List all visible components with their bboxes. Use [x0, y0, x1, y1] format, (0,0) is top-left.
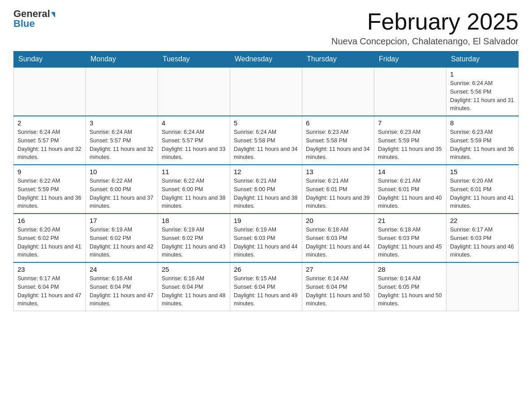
day-number: 13: [306, 168, 370, 176]
weekday-header-row: Sunday Monday Tuesday Wednesday Thursday…: [14, 51, 519, 68]
day-info: Sunrise: 6:22 AM Sunset: 6:00 PM Dayligh…: [90, 177, 154, 210]
day-number: 8: [450, 119, 515, 127]
month-title: February 2025: [331, 9, 519, 34]
calendar-cell: [374, 67, 446, 116]
day-number: 22: [450, 217, 515, 224]
day-info: Sunrise: 6:19 AM Sunset: 6:02 PM Dayligh…: [162, 226, 226, 259]
day-info: Sunrise: 6:21 AM Sunset: 6:00 PM Dayligh…: [234, 177, 298, 210]
day-info: Sunrise: 6:24 AM Sunset: 5:57 PM Dayligh…: [162, 128, 226, 162]
day-info: Sunrise: 6:18 AM Sunset: 6:03 PM Dayligh…: [378, 226, 442, 259]
day-number: 6: [306, 119, 370, 127]
header-wednesday: Wednesday: [230, 51, 302, 68]
calendar-cell: 17Sunrise: 6:19 AM Sunset: 6:02 PM Dayli…: [86, 214, 158, 262]
day-info: Sunrise: 6:24 AM Sunset: 5:57 PM Dayligh…: [90, 128, 154, 162]
day-info: Sunrise: 6:22 AM Sunset: 6:00 PM Dayligh…: [162, 177, 226, 210]
calendar-cell: 7Sunrise: 6:23 AM Sunset: 5:59 PM Daylig…: [374, 116, 446, 165]
calendar-cell: 6Sunrise: 6:23 AM Sunset: 5:58 PM Daylig…: [302, 116, 374, 165]
day-info: Sunrise: 6:18 AM Sunset: 6:03 PM Dayligh…: [306, 226, 370, 259]
calendar-cell: 22Sunrise: 6:17 AM Sunset: 6:03 PM Dayli…: [446, 214, 519, 262]
calendar-cell: 15Sunrise: 6:20 AM Sunset: 6:01 PM Dayli…: [446, 165, 519, 214]
day-number: 2: [17, 119, 82, 127]
day-info: Sunrise: 6:23 AM Sunset: 5:59 PM Dayligh…: [450, 128, 515, 162]
day-number: 27: [306, 265, 370, 273]
day-info: Sunrise: 6:20 AM Sunset: 6:02 PM Dayligh…: [17, 226, 82, 259]
day-number: 10: [90, 168, 154, 176]
header-saturday: Saturday: [446, 51, 519, 68]
calendar-cell: 3Sunrise: 6:24 AM Sunset: 5:57 PM Daylig…: [86, 116, 158, 165]
day-info: Sunrise: 6:16 AM Sunset: 6:04 PM Dayligh…: [90, 274, 154, 308]
day-info: Sunrise: 6:24 AM Sunset: 5:57 PM Dayligh…: [17, 128, 82, 162]
calendar-week-row: 2Sunrise: 6:24 AM Sunset: 5:57 PM Daylig…: [14, 116, 519, 165]
day-info: Sunrise: 6:14 AM Sunset: 6:04 PM Dayligh…: [306, 274, 370, 308]
calendar-week-row: 23Sunrise: 6:17 AM Sunset: 6:04 PM Dayli…: [14, 262, 519, 311]
calendar-cell: 28Sunrise: 6:14 AM Sunset: 6:05 PM Dayli…: [374, 262, 446, 311]
calendar-cell: 10Sunrise: 6:22 AM Sunset: 6:00 PM Dayli…: [86, 165, 158, 214]
calendar-cell: 5Sunrise: 6:24 AM Sunset: 5:58 PM Daylig…: [230, 116, 302, 165]
calendar-cell: [14, 67, 86, 116]
header-thursday: Thursday: [302, 51, 374, 68]
calendar-week-row: 1Sunrise: 6:24 AM Sunset: 5:56 PM Daylig…: [14, 67, 519, 116]
calendar-week-row: 16Sunrise: 6:20 AM Sunset: 6:02 PM Dayli…: [14, 214, 519, 262]
calendar-cell: 12Sunrise: 6:21 AM Sunset: 6:00 PM Dayli…: [230, 165, 302, 214]
day-number: 21: [378, 217, 442, 224]
day-number: 26: [234, 265, 298, 273]
calendar-cell: 11Sunrise: 6:22 AM Sunset: 6:00 PM Dayli…: [158, 165, 230, 214]
calendar-cell: 27Sunrise: 6:14 AM Sunset: 6:04 PM Dayli…: [302, 262, 374, 311]
calendar-cell: 26Sunrise: 6:15 AM Sunset: 6:04 PM Dayli…: [230, 262, 302, 311]
day-info: Sunrise: 6:21 AM Sunset: 6:01 PM Dayligh…: [378, 177, 442, 210]
day-number: 17: [90, 217, 154, 224]
day-number: 3: [90, 119, 154, 127]
logo-text-general: General: [13, 9, 50, 19]
day-info: Sunrise: 6:15 AM Sunset: 6:04 PM Dayligh…: [234, 274, 298, 308]
day-info: Sunrise: 6:23 AM Sunset: 5:59 PM Dayligh…: [378, 128, 442, 162]
calendar-cell: 14Sunrise: 6:21 AM Sunset: 6:01 PM Dayli…: [374, 165, 446, 214]
day-number: 19: [234, 217, 298, 224]
calendar-cell: 2Sunrise: 6:24 AM Sunset: 5:57 PM Daylig…: [14, 116, 86, 165]
day-info: Sunrise: 6:24 AM Sunset: 5:58 PM Dayligh…: [234, 128, 298, 162]
calendar-cell: [158, 67, 230, 116]
calendar-cell: 1Sunrise: 6:24 AM Sunset: 5:56 PM Daylig…: [446, 67, 519, 116]
day-info: Sunrise: 6:23 AM Sunset: 5:58 PM Dayligh…: [306, 128, 370, 162]
location-subtitle: Nueva Concepcion, Chalatenango, El Salva…: [331, 36, 519, 47]
day-info: Sunrise: 6:17 AM Sunset: 6:04 PM Dayligh…: [17, 274, 82, 308]
day-number: 23: [17, 265, 82, 273]
day-number: 9: [17, 168, 82, 176]
day-number: 1: [450, 70, 515, 78]
calendar-cell: 21Sunrise: 6:18 AM Sunset: 6:03 PM Dayli…: [374, 214, 446, 262]
day-number: 5: [234, 119, 298, 127]
logo-text-blue: Blue: [13, 19, 35, 29]
logo-triangle-icon: [51, 12, 55, 18]
day-info: Sunrise: 6:19 AM Sunset: 6:03 PM Dayligh…: [234, 226, 298, 259]
calendar-cell: 20Sunrise: 6:18 AM Sunset: 6:03 PM Dayli…: [302, 214, 374, 262]
header-sunday: Sunday: [14, 51, 86, 68]
calendar-cell: 18Sunrise: 6:19 AM Sunset: 6:02 PM Dayli…: [158, 214, 230, 262]
header-monday: Monday: [86, 51, 158, 68]
day-info: Sunrise: 6:19 AM Sunset: 6:02 PM Dayligh…: [90, 226, 154, 259]
calendar-cell: 16Sunrise: 6:20 AM Sunset: 6:02 PM Dayli…: [14, 214, 86, 262]
day-number: 20: [306, 217, 370, 224]
day-number: 24: [90, 265, 154, 273]
calendar-cell: 24Sunrise: 6:16 AM Sunset: 6:04 PM Dayli…: [86, 262, 158, 311]
calendar-cell: [86, 67, 158, 116]
day-number: 15: [450, 168, 515, 176]
calendar-cell: 19Sunrise: 6:19 AM Sunset: 6:03 PM Dayli…: [230, 214, 302, 262]
day-info: Sunrise: 6:20 AM Sunset: 6:01 PM Dayligh…: [450, 177, 515, 210]
title-area: February 2025 Nueva Concepcion, Chalaten…: [331, 9, 519, 47]
day-info: Sunrise: 6:14 AM Sunset: 6:05 PM Dayligh…: [378, 274, 442, 308]
day-info: Sunrise: 6:24 AM Sunset: 5:56 PM Dayligh…: [450, 79, 515, 113]
day-number: 16: [17, 217, 82, 224]
calendar-cell: 8Sunrise: 6:23 AM Sunset: 5:59 PM Daylig…: [446, 116, 519, 165]
day-number: 4: [162, 119, 226, 127]
day-number: 12: [234, 168, 298, 176]
calendar-week-row: 9Sunrise: 6:22 AM Sunset: 5:59 PM Daylig…: [14, 165, 519, 214]
calendar-table: Sunday Monday Tuesday Wednesday Thursday…: [13, 51, 519, 311]
day-number: 14: [378, 168, 442, 176]
header-friday: Friday: [374, 51, 446, 68]
calendar-cell: 4Sunrise: 6:24 AM Sunset: 5:57 PM Daylig…: [158, 116, 230, 165]
day-number: 25: [162, 265, 226, 273]
day-number: 18: [162, 217, 226, 224]
calendar-cell: 23Sunrise: 6:17 AM Sunset: 6:04 PM Dayli…: [14, 262, 86, 311]
header-tuesday: Tuesday: [158, 51, 230, 68]
calendar-cell: [302, 67, 374, 116]
calendar-cell: [446, 262, 519, 311]
